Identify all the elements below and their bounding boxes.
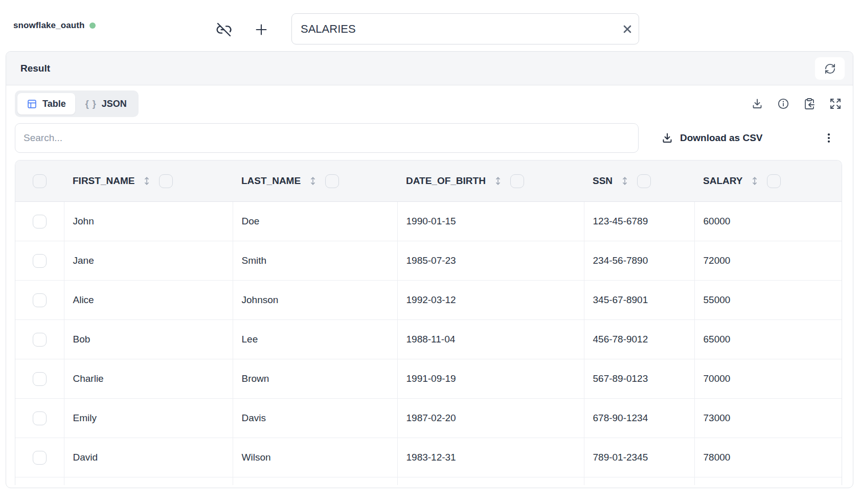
result-table-wrap: FIRST_NAMELAST_NAMEDATE_OF_BIRTHSSNSALAR… xyxy=(15,160,842,485)
search-toolbar: Download as CSV xyxy=(15,123,842,153)
row-checkbox[interactable] xyxy=(33,372,47,386)
row-checkbox[interactable] xyxy=(33,254,47,268)
clipboard-copy-icon[interactable] xyxy=(803,98,816,110)
tab-table-label: Table xyxy=(42,99,66,109)
table-grid-icon xyxy=(27,99,37,109)
table-cell: 1985-07-23 xyxy=(397,241,584,281)
table-row-clipped xyxy=(15,477,842,486)
table-cell: 72000 xyxy=(694,241,842,281)
view-toolbar: Table { } JSON xyxy=(15,90,842,117)
table-cell: Wilson xyxy=(233,438,397,477)
table-cell: Smith xyxy=(233,241,397,281)
table-cell: Alice xyxy=(64,281,233,320)
table-cell: Doe xyxy=(233,202,397,241)
connection-name: snowflake_oauth xyxy=(13,20,84,31)
top-bar: snowflake_oauth xyxy=(0,0,860,51)
table-row: BobLee1988-11-04456-78-901265000 xyxy=(15,320,842,359)
table-cell: 78000 xyxy=(694,438,842,477)
row-checkbox[interactable] xyxy=(33,411,47,425)
table-cell: Charlie xyxy=(64,359,233,399)
refresh-icon xyxy=(824,63,836,75)
column-checkbox[interactable] xyxy=(767,174,781,188)
table-cell: 73000 xyxy=(694,399,842,438)
table-body: JohnDoe1990-01-15123-45-678960000JaneSmi… xyxy=(15,202,842,486)
table-cell: 123-45-6789 xyxy=(584,202,694,241)
sort-icon[interactable] xyxy=(307,175,319,187)
table-cell: Bob xyxy=(64,320,233,359)
refresh-button[interactable] xyxy=(815,57,845,80)
table-cell: 1988-11-04 xyxy=(397,320,584,359)
download-icon xyxy=(661,132,673,144)
table-cell: Davis xyxy=(233,399,397,438)
panel-title: Result xyxy=(20,63,50,74)
download-csv-button[interactable]: Download as CSV xyxy=(661,132,763,144)
table-name-field xyxy=(291,13,639,44)
column-checkbox[interactable] xyxy=(637,174,651,188)
table-row: JohnDoe1990-01-15123-45-678960000 xyxy=(15,202,842,241)
tab-table[interactable]: Table xyxy=(17,93,75,114)
result-content: Table { } JSON xyxy=(6,85,853,485)
table-cell: 65000 xyxy=(694,320,842,359)
table-cell: 1987-02-20 xyxy=(397,399,584,438)
column-checkbox[interactable] xyxy=(510,174,524,188)
sort-icon[interactable] xyxy=(492,175,504,187)
table-row: DavidWilson1983-12-31789-01-234578000 xyxy=(15,438,842,477)
more-options-icon[interactable] xyxy=(823,132,835,144)
row-checkbox[interactable] xyxy=(33,293,47,307)
view-switcher: Table { } JSON xyxy=(15,90,139,117)
column-header-label: DATE_OF_BIRTH xyxy=(406,175,486,187)
table-row: CharlieBrown1991-09-19567-89-012370000 xyxy=(15,359,842,399)
column-checkbox[interactable] xyxy=(159,174,173,188)
table-cell: 678-90-1234 xyxy=(584,399,694,438)
result-panel: Result xyxy=(6,51,853,488)
row-checkbox[interactable] xyxy=(33,215,47,228)
table-name-input[interactable] xyxy=(292,22,616,36)
table-header-row: FIRST_NAMELAST_NAMEDATE_OF_BIRTHSSNSALAR… xyxy=(15,161,842,202)
json-braces-icon: { } xyxy=(85,99,97,109)
table-cell: 1983-12-31 xyxy=(397,438,584,477)
column-header-label: SSN xyxy=(593,175,613,187)
table-cell: 789-01-2345 xyxy=(584,438,694,477)
sort-icon[interactable] xyxy=(749,175,760,187)
sort-icon[interactable] xyxy=(619,175,630,187)
table-cell: 1992-03-12 xyxy=(397,281,584,320)
result-header-bar: Result xyxy=(6,52,853,85)
column-header-label: LAST_NAME xyxy=(241,175,301,187)
table-cell: Lee xyxy=(233,320,397,359)
info-icon[interactable] xyxy=(777,98,789,110)
column-checkbox[interactable] xyxy=(325,174,339,188)
connection-indicator: snowflake_oauth xyxy=(13,0,96,51)
select-all-checkbox[interactable] xyxy=(33,174,47,188)
unlink-icon[interactable] xyxy=(214,19,234,40)
add-tab-icon[interactable] xyxy=(252,19,271,40)
table-row: AliceJohnson1992-03-12345-67-890155000 xyxy=(15,281,842,320)
table-row: EmilyDavis1987-02-20678-90-123473000 xyxy=(15,399,842,438)
connection-status-dot xyxy=(89,22,96,29)
table-cell: 1990-01-15 xyxy=(397,202,584,241)
table-cell: 1991-09-19 xyxy=(397,359,584,399)
table-cell: 55000 xyxy=(694,281,842,320)
tab-json-label: JSON xyxy=(102,99,127,109)
table-cell: 60000 xyxy=(694,202,842,241)
sort-icon[interactable] xyxy=(141,175,152,187)
table-cell: 456-78-9012 xyxy=(584,320,694,359)
table-cell: David xyxy=(64,438,233,477)
clear-input-icon[interactable] xyxy=(616,14,639,44)
row-checkbox[interactable] xyxy=(33,451,47,465)
table-row: JaneSmith1985-07-23234-56-789072000 xyxy=(15,241,842,281)
row-checkbox[interactable] xyxy=(33,333,47,347)
tab-json[interactable]: { } JSON xyxy=(76,93,136,114)
download-icon[interactable] xyxy=(751,98,763,110)
result-action-icons xyxy=(751,98,842,110)
result-table: FIRST_NAMELAST_NAMEDATE_OF_BIRTHSSNSALAR… xyxy=(15,161,842,485)
table-cell: Johnson xyxy=(233,281,397,320)
table-cell: Jane xyxy=(64,241,233,281)
column-header-label: FIRST_NAME xyxy=(73,175,134,187)
expand-icon[interactable] xyxy=(829,98,842,110)
download-csv-label: Download as CSV xyxy=(680,132,763,144)
column-header-label: SALARY xyxy=(703,175,742,187)
table-cell: Brown xyxy=(233,359,397,399)
search-input[interactable] xyxy=(15,123,639,153)
table-cell: Emily xyxy=(64,399,233,438)
table-cell: 234-56-7890 xyxy=(584,241,694,281)
